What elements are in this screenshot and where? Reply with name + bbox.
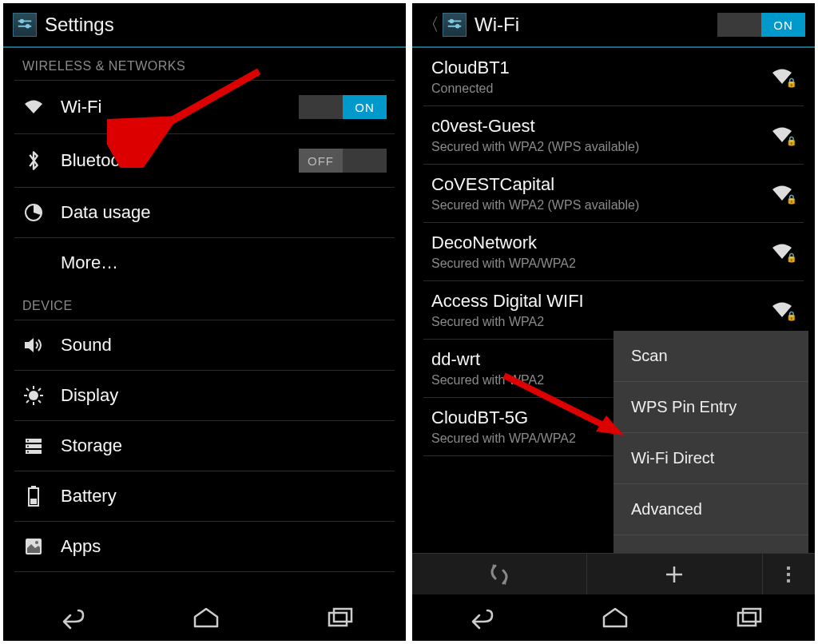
settings-icon[interactable] [443, 13, 467, 37]
add-network-button[interactable] [587, 554, 762, 594]
settings-list[interactable]: WIRELESS & NETWORKS Wi-Fi ON Bluetooth O… [3, 48, 406, 594]
wifi-signal-icon: 🔒 [768, 126, 796, 144]
svg-point-2 [21, 20, 24, 23]
svg-point-18 [27, 446, 29, 447]
wifi-toggle[interactable]: ON [299, 95, 387, 119]
wifi-label: Wi-Fi [61, 97, 283, 117]
wps-button[interactable] [412, 554, 587, 594]
network-row[interactable]: c0vest-GuestSecured with WPA2 (WPS avail… [412, 106, 815, 164]
network-status: Secured with WPA2 (WPS available) [431, 198, 768, 213]
bluetooth-toggle[interactable]: OFF [299, 149, 387, 173]
header: 〈 Wi-Fi ON [412, 3, 815, 48]
sound-row[interactable]: Sound [3, 320, 406, 370]
battery-label: Battery [61, 486, 387, 507]
back-button[interactable] [465, 606, 495, 630]
section-wireless: WIRELESS & NETWORKS [3, 48, 406, 80]
nav-bar [412, 594, 815, 641]
bluetooth-label: Bluetooth [61, 150, 283, 171]
svg-line-10 [26, 388, 29, 391]
svg-rect-22 [30, 499, 37, 504]
wifi-signal-icon: 🔒 [768, 301, 796, 319]
network-ssid: CoVESTCapital [431, 174, 768, 195]
menu-wifi-direct[interactable]: Wi-Fi Direct [614, 433, 808, 484]
menu-scan[interactable]: Scan [614, 331, 808, 382]
svg-rect-28 [334, 609, 351, 622]
wifi-signal-icon: 🔒 [768, 185, 796, 202]
storage-icon [22, 437, 45, 455]
wifi-master-toggle[interactable]: ON [717, 13, 805, 37]
page-title: Settings [45, 14, 114, 36]
network-status: Secured with WPA/WPA2 [431, 256, 768, 271]
wifi-row[interactable]: Wi-Fi ON [3, 81, 406, 133]
network-status: Secured with WPA2 [431, 315, 768, 329]
svg-rect-40 [743, 609, 760, 622]
settings-screen: Settings WIRELESS & NETWORKS Wi-Fi ON Bl… [3, 3, 406, 641]
battery-icon [22, 486, 45, 507]
menu-wps[interactable]: WPS Pin Entry [614, 382, 808, 433]
back-chevron-icon[interactable]: 〈 [422, 13, 439, 37]
section-device: DEVICE [3, 288, 406, 320]
more-label: More… [61, 252, 387, 273]
wifi-screen: 〈 Wi-Fi ON CloudBT1Connected🔒c0vest-Gues… [412, 3, 815, 641]
svg-rect-27 [329, 613, 347, 626]
display-label: Display [61, 385, 387, 406]
network-ssid: CloudBT1 [431, 58, 768, 78]
back-button[interactable] [56, 606, 86, 630]
wifi-icon [22, 99, 45, 115]
svg-line-12 [26, 400, 29, 403]
sound-label: Sound [61, 335, 387, 356]
overflow-menu: Scan WPS Pin Entry Wi-Fi Direct Advanced… [614, 331, 808, 553]
network-row[interactable]: CoVESTCapitalSecured with WPA2 (WPS avai… [412, 165, 815, 222]
more-row[interactable]: More… [3, 238, 406, 288]
home-button[interactable] [192, 606, 220, 630]
storage-label: Storage [61, 435, 387, 456]
svg-point-32 [456, 25, 459, 28]
data-usage-row[interactable]: Data usage [3, 188, 406, 237]
lock-icon: 🔒 [786, 136, 797, 146]
lock-icon: 🔒 [786, 78, 797, 88]
action-bar [412, 553, 815, 594]
svg-rect-39 [738, 613, 756, 626]
recents-button[interactable] [735, 606, 762, 629]
sound-icon [22, 336, 45, 355]
display-icon [22, 385, 45, 406]
overflow-button[interactable] [763, 554, 815, 594]
data-usage-icon [22, 203, 45, 222]
storage-row[interactable]: Storage [3, 421, 406, 471]
network-status: Secured with WPA2 (WPS available) [431, 140, 768, 154]
wifi-signal-icon: 🔒 [768, 68, 796, 85]
svg-point-19 [27, 451, 29, 453]
wifi-signal-icon: 🔒 [768, 243, 796, 260]
network-list[interactable]: CloudBT1Connected🔒c0vest-GuestSecured wi… [412, 48, 815, 553]
page-title: Wi-Fi [475, 14, 519, 36]
lock-icon: 🔒 [786, 252, 797, 263]
svg-point-17 [27, 440, 29, 442]
lock-icon: 🔒 [786, 311, 797, 321]
svg-point-24 [35, 541, 38, 544]
network-ssid: Access Digital WIFI [431, 291, 768, 312]
svg-point-31 [451, 20, 454, 23]
svg-line-11 [38, 400, 41, 403]
apps-icon [22, 537, 45, 556]
apps-label: Apps [61, 536, 387, 557]
svg-rect-37 [787, 573, 790, 576]
home-button[interactable] [601, 606, 629, 630]
svg-line-13 [38, 388, 41, 391]
lock-icon: 🔒 [786, 194, 797, 205]
network-status: Connected [431, 81, 768, 96]
network-ssid: c0vest-Guest [431, 116, 768, 137]
network-ssid: DecoNetwork [431, 233, 768, 253]
display-row[interactable]: Display [3, 371, 406, 420]
header: Settings [3, 3, 406, 48]
apps-row[interactable]: Apps [3, 522, 406, 571]
bluetooth-row[interactable]: Bluetooth OFF [3, 134, 406, 187]
nav-bar [3, 594, 406, 641]
svg-point-5 [29, 391, 38, 400]
menu-advanced[interactable]: Advanced [614, 484, 808, 535]
network-row[interactable]: DecoNetworkSecured with WPA/WPA2🔒 [412, 223, 815, 280]
battery-row[interactable]: Battery [3, 471, 406, 521]
network-row[interactable]: CloudBT1Connected🔒 [412, 48, 815, 105]
recents-button[interactable] [326, 606, 353, 629]
menu-help[interactable]: Help [614, 535, 808, 553]
svg-rect-38 [787, 579, 790, 582]
